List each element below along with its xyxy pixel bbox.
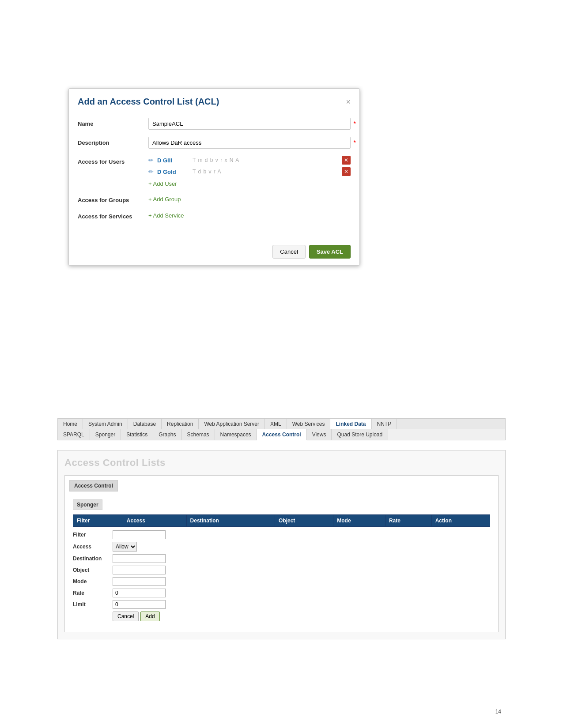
add-service-link[interactable]: + Add Service (148, 212, 184, 219)
page-content: Access Control Lists Access Control Spon… (57, 450, 506, 639)
filter-form: Filter Access Allow Deny Destination Obj… (73, 530, 490, 621)
tab-home[interactable]: Home (58, 419, 83, 429)
nav-row2: SPARQL Sponger Statistics Graphs Schemas… (57, 429, 506, 440)
tab-graphs[interactable]: Graphs (153, 429, 181, 440)
tab-schemas[interactable]: Schemas (182, 429, 215, 440)
col-mode: Mode (333, 515, 385, 527)
tab-web-application-server[interactable]: Web Application Server (199, 419, 265, 429)
description-row: Description * (78, 137, 351, 149)
rate-field-row: Rate (73, 589, 490, 597)
close-button[interactable]: × (346, 98, 351, 106)
mode-field-row: Mode (73, 577, 490, 586)
rate-field-label: Rate (73, 590, 113, 596)
access-groups-label: Access for Groups (78, 194, 148, 203)
access-services-row: Access for Services + Add Service (78, 210, 351, 220)
required-star-name: * (354, 120, 356, 127)
col-action: Action (431, 515, 490, 527)
user-1-name: D Gill (157, 157, 193, 164)
object-field-row: Object (73, 566, 490, 574)
tab-statistics[interactable]: Statistics (121, 429, 153, 440)
edit-user-2-icon[interactable]: ✏ (148, 168, 154, 175)
user-2-name: D Gold (157, 169, 193, 175)
tab-sparql[interactable]: SPARQL (58, 429, 90, 440)
tab-replication[interactable]: Replication (162, 419, 199, 429)
cancel-button[interactable]: Cancel (272, 245, 305, 259)
limit-field-label: Limit (73, 601, 113, 608)
edit-user-1-icon[interactable]: ✏ (148, 157, 154, 164)
groups-area: + Add Group (148, 194, 351, 203)
access-users-label: Access for Users (78, 156, 148, 165)
add-group-link[interactable]: + Add Group (148, 196, 181, 203)
table-header-row: Filter Access Destination Object Mode Ra… (73, 515, 490, 527)
panel-inner: Sponger Filter Access Destination Object… (69, 496, 494, 627)
section-label: Sponger (73, 499, 102, 510)
tab-quad-store-upload[interactable]: Quad Store Upload (332, 429, 388, 440)
modal-footer: Cancel Save ACL (69, 238, 359, 265)
tab-sponger[interactable]: Sponger (90, 429, 121, 440)
object-field-label: Object (73, 567, 113, 573)
tab-access-control[interactable]: Access Control (257, 429, 307, 440)
name-label: Name (78, 118, 148, 127)
mode-field-label: Mode (73, 578, 113, 585)
user-row-1: ✏ D Gill T m d b v r x N A ✕ (148, 156, 351, 165)
destination-input[interactable] (113, 554, 166, 563)
rate-input[interactable] (113, 589, 166, 597)
name-input[interactable] (148, 118, 351, 130)
access-services-label: Access for Services (78, 210, 148, 220)
page-heading: Access Control Lists (64, 457, 499, 469)
filter-input[interactable] (113, 530, 166, 539)
limit-input[interactable] (113, 600, 166, 609)
form-buttons-row: Cancel Add (73, 612, 490, 621)
name-field-area: * (148, 118, 351, 130)
access-field-row: Access Allow Deny (73, 542, 490, 552)
tab-nntp[interactable]: NNTP (372, 419, 397, 429)
filter-field-row: Filter (73, 530, 490, 539)
modal-title: Add an Access Control List (ACL) (78, 97, 219, 107)
object-input[interactable] (113, 566, 166, 574)
nav-row1: Home System Admin Database Replication W… (57, 418, 506, 429)
navigation-area: Home System Admin Database Replication W… (57, 418, 506, 440)
tab-xml[interactable]: XML (265, 419, 287, 429)
modal-body: Name * Description * Access for Users ✏ … (69, 111, 359, 233)
page-number: 14 (495, 709, 501, 715)
col-filter: Filter (73, 515, 123, 527)
tab-linked-data[interactable]: Linked Data (330, 419, 371, 430)
required-star-desc: * (354, 139, 356, 146)
col-rate: Rate (385, 515, 431, 527)
save-acl-button[interactable]: Save ACL (309, 245, 351, 259)
col-destination: Destination (186, 515, 275, 527)
users-area: ✏ D Gill T m d b v r x N A ✕ ✏ D Gold T … (148, 156, 351, 187)
access-field-label: Access (73, 544, 113, 550)
access-groups-row: Access for Groups + Add Group (78, 194, 351, 203)
filter-field-label: Filter (73, 532, 113, 538)
modal-header: Add an Access Control List (ACL) × (69, 89, 359, 111)
user-1-permissions: T m d b v r x N A (193, 157, 342, 163)
tab-web-services[interactable]: Web Services (287, 419, 331, 429)
user-row-2: ✏ D Gold T d b v r A ✕ (148, 167, 351, 176)
acl-table: Filter Access Destination Object Mode Ra… (73, 514, 490, 527)
tab-system-admin[interactable]: System Admin (83, 419, 128, 429)
limit-field-row: Limit (73, 600, 490, 609)
tab-views[interactable]: Views (307, 429, 332, 440)
description-label: Description (78, 137, 148, 146)
col-object: Object (275, 515, 333, 527)
add-user-link[interactable]: + Add User (148, 180, 177, 187)
tab-panel-header[interactable]: Access Control (69, 480, 118, 492)
tab-panel: Access Control Sponger Filter Access Des… (64, 475, 499, 632)
mode-input[interactable] (113, 577, 166, 586)
services-area: + Add Service (148, 210, 351, 219)
col-access: Access (123, 515, 186, 527)
tab-database[interactable]: Database (128, 419, 162, 429)
tab-namespaces[interactable]: Namespaces (215, 429, 257, 440)
user-2-permissions: T d b v r A (193, 169, 342, 175)
form-add-button[interactable]: Add (140, 612, 159, 621)
description-input[interactable] (148, 137, 351, 149)
remove-user-1-button[interactable]: ✕ (342, 156, 351, 165)
description-field-area: * (148, 137, 351, 149)
remove-user-2-button[interactable]: ✕ (342, 167, 351, 176)
access-select[interactable]: Allow Deny (113, 542, 137, 552)
name-row: Name * (78, 118, 351, 130)
destination-field-label: Destination (73, 555, 113, 562)
modal-dialog: Add an Access Control List (ACL) × Name … (68, 88, 360, 266)
form-cancel-button[interactable]: Cancel (113, 612, 139, 621)
